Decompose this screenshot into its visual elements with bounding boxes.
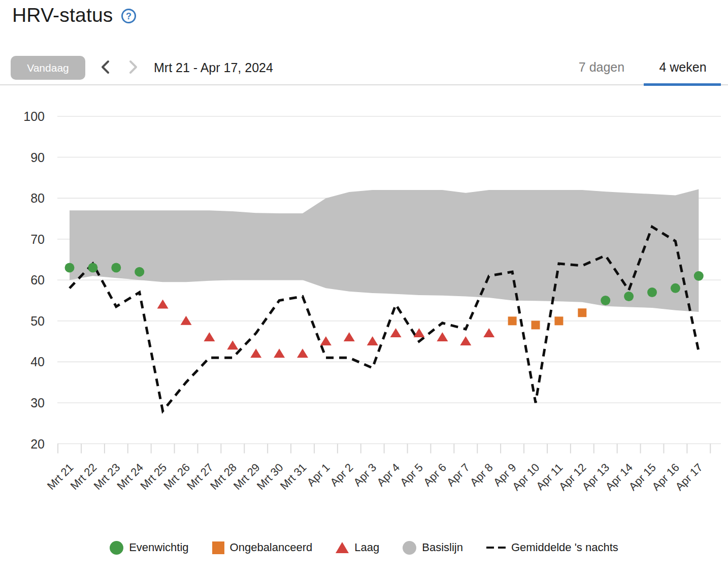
svg-text:?: ? xyxy=(126,11,131,21)
x-axis-label: Apr 10 xyxy=(510,461,542,493)
data-point-balanced[interactable] xyxy=(135,267,144,277)
x-axis-label: Mrt 27 xyxy=(184,461,216,492)
data-point-low[interactable] xyxy=(250,348,261,358)
x-axis-label: Apr 7 xyxy=(444,461,472,489)
x-axis-label: Mrt 25 xyxy=(138,461,169,492)
data-point-balanced[interactable] xyxy=(88,263,97,273)
unbalanced-square-icon xyxy=(212,541,224,554)
data-point-low[interactable] xyxy=(344,332,355,341)
low-triangle-icon xyxy=(336,542,349,553)
legend-item-ongebalanceerd: Ongebalanceerd xyxy=(212,541,313,554)
data-point-unbalanced[interactable] xyxy=(532,321,540,329)
x-axis-label: Mrt 28 xyxy=(208,461,239,492)
data-point-low[interactable] xyxy=(181,316,192,325)
x-axis-label: Apr 4 xyxy=(374,461,402,489)
data-point-low[interactable] xyxy=(274,348,285,358)
data-point-unbalanced[interactable] xyxy=(508,316,517,325)
toolbar-separator xyxy=(0,84,728,85)
baseline-band xyxy=(70,189,699,312)
active-tab-underline xyxy=(644,83,721,86)
x-axis-label: Apr 1 xyxy=(305,461,333,489)
x-axis-label: Apr 2 xyxy=(327,461,355,489)
x-axis-label: Apr 17 xyxy=(673,461,705,493)
x-axis-label: Mrt 24 xyxy=(114,461,146,492)
y-axis-label: 40 xyxy=(30,355,45,369)
data-point-unbalanced[interactable] xyxy=(578,308,586,317)
legend-label: Evenwichtig xyxy=(129,541,188,554)
data-point-balanced[interactable] xyxy=(65,263,75,273)
chevron-left-icon xyxy=(100,59,112,76)
x-axis-label: Apr 6 xyxy=(421,461,449,489)
data-point-low[interactable] xyxy=(320,336,332,345)
x-axis-label: Mrt 31 xyxy=(278,461,309,492)
y-axis-label: 60 xyxy=(30,273,45,287)
data-point-balanced[interactable] xyxy=(694,271,704,281)
y-axis-label: 70 xyxy=(30,232,45,246)
x-axis-label: Apr 5 xyxy=(398,461,425,489)
data-point-low[interactable] xyxy=(483,328,494,337)
legend-label: Basislijn xyxy=(422,541,463,554)
data-point-low[interactable] xyxy=(227,340,238,349)
data-point-low[interactable] xyxy=(437,332,448,341)
tab-4-weken[interactable]: 4 weken xyxy=(650,60,716,75)
prev-period-button[interactable] xyxy=(95,57,116,78)
data-point-balanced[interactable] xyxy=(624,292,634,301)
data-point-low[interactable] xyxy=(460,336,471,345)
y-axis-label: 30 xyxy=(30,396,45,410)
next-period-button[interactable] xyxy=(123,57,143,78)
hrv-chart-svg: 2030405060708090100Mrt 21Mrt 22Mrt 23Mrt… xyxy=(0,91,728,538)
data-point-balanced[interactable] xyxy=(601,296,610,305)
data-point-balanced[interactable] xyxy=(647,287,657,297)
baseline-circle-icon xyxy=(403,541,416,555)
x-axis-label: Mrt 21 xyxy=(45,461,76,492)
legend-label: Laag xyxy=(354,541,379,554)
data-point-low[interactable] xyxy=(157,300,169,309)
y-axis-label: 100 xyxy=(23,109,45,123)
y-axis-label: 50 xyxy=(30,314,45,328)
y-axis-label: 20 xyxy=(30,437,45,451)
dashed-line-icon xyxy=(486,547,506,549)
chevron-right-icon xyxy=(127,59,139,76)
x-axis-label: Mrt 26 xyxy=(161,461,192,492)
hrv-chart[interactable]: 2030405060708090100Mrt 21Mrt 22Mrt 23Mrt… xyxy=(0,91,728,538)
help-button[interactable]: ? xyxy=(120,5,137,26)
x-axis-label: Apr 3 xyxy=(351,461,379,489)
legend-label: Ongebalanceerd xyxy=(230,541,313,554)
legend-item-gemiddelde: Gemiddelde 's nachts xyxy=(486,541,618,554)
balanced-circle-icon xyxy=(110,541,123,555)
help-icon: ? xyxy=(120,8,137,26)
data-point-balanced[interactable] xyxy=(111,263,121,273)
x-axis-label: Mrt 30 xyxy=(254,461,286,492)
today-button[interactable]: Vandaag xyxy=(11,56,85,80)
legend-item-laag: Laag xyxy=(336,541,379,554)
header: HRV-status ? xyxy=(12,4,137,26)
legend-label: Gemiddelde 's nachts xyxy=(511,541,618,554)
legend-item-evenwichtig: Evenwichtig xyxy=(110,541,188,555)
page-title: HRV-status xyxy=(12,4,113,26)
data-point-low[interactable] xyxy=(367,336,378,345)
y-axis-label: 90 xyxy=(30,150,45,165)
tab-7-dagen[interactable]: 7 dagen xyxy=(571,60,632,75)
hrv-status-page: HRV-status ? Vandaag Mrt 21 - Apr 17, 20… xyxy=(0,0,728,575)
legend-item-basislijn: Basislijn xyxy=(403,541,463,555)
data-point-low[interactable] xyxy=(297,348,308,358)
y-axis-label: 80 xyxy=(30,191,45,205)
x-axis-label: Mrt 29 xyxy=(231,461,262,492)
data-point-balanced[interactable] xyxy=(671,283,680,293)
data-point-unbalanced[interactable] xyxy=(554,316,563,325)
chart-legend: Evenwichtig Ongebalanceerd Laag Basislij… xyxy=(0,532,728,563)
data-point-low[interactable] xyxy=(204,332,215,341)
date-range-label: Mrt 21 - Apr 17, 2024 xyxy=(154,60,273,75)
data-point-low[interactable] xyxy=(390,328,402,337)
x-axis-label: Mrt 23 xyxy=(91,461,123,492)
x-axis-label: Apr 8 xyxy=(468,461,495,489)
x-axis-label: Mrt 22 xyxy=(68,461,100,492)
data-point-low[interactable] xyxy=(414,328,425,337)
